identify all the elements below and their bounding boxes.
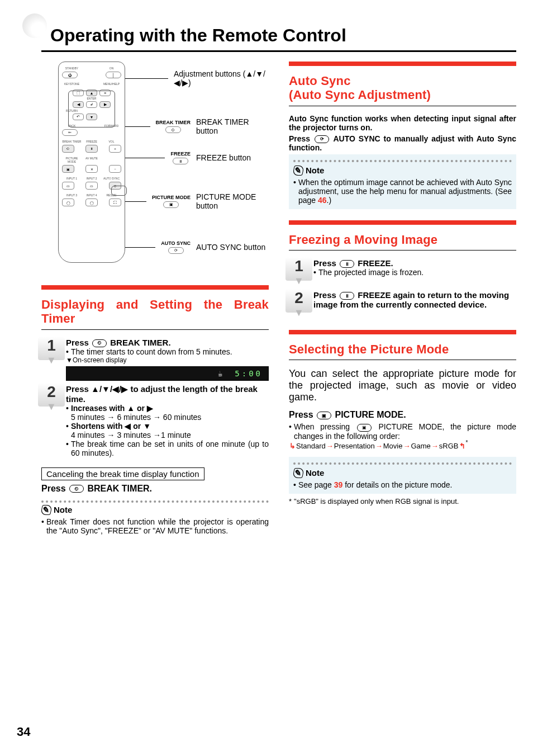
auto-sync-para-1: Auto Sync function works when detecting … [289, 114, 516, 132]
arrow-icon: → [431, 442, 439, 450]
remote-btn-avmute: ✕ [85, 165, 98, 173]
step-number: 2 [289, 290, 309, 306]
picture-mode-press: Press ▣ PICTURE MODE. [289, 410, 516, 420]
callout-picture-mode-label: PICTURE MODE [152, 195, 191, 200]
chevron-down-icon: ▼ [294, 307, 304, 319]
page-link-39[interactable]: 39 [334, 480, 343, 489]
remote-btn-on: │ [106, 72, 121, 78]
remote-btn-picturemode: ▣ [62, 165, 74, 173]
step-number: 2 [41, 384, 61, 400]
freeze-icon: ⏸ [173, 158, 188, 164]
timer-icon: ☕ [213, 369, 227, 378]
callout-picture-mode: PICTURE MODE button [196, 192, 269, 210]
remote-btn-vol-down: － [109, 165, 121, 173]
page-link-46[interactable]: 46 [318, 196, 327, 205]
title-rule [41, 50, 516, 52]
page-title: Operating with the Remote Control [50, 25, 346, 46]
remote-label-input3: INPUT 3 [62, 193, 82, 197]
note-flag-icon: ✎ [40, 505, 53, 515]
note-label: ✎Note [41, 505, 72, 515]
note-box: ✎Note Break Timer does not function whil… [41, 500, 269, 535]
callout-line [125, 201, 146, 202]
remote-btn-input3: ◯ [62, 199, 74, 206]
step-lead: Press ⏸ FREEZE. [313, 258, 516, 268]
note-box: ✎Note See page 39 for details on the pic… [289, 457, 516, 494]
cancel-instruction: Press ⏲ BREAK TIMER. [41, 484, 269, 494]
arrow-icon: → [402, 442, 411, 450]
section-bar [289, 62, 516, 66]
callout-line [125, 158, 165, 158]
remote-btn-back: ⇐ [62, 129, 78, 136]
remote-btn-input2: ▭ [85, 182, 98, 190]
note-flag-icon: ✎ [292, 166, 304, 176]
remote-label-input2: INPUT 2 [82, 177, 102, 180]
step-number: 1 [289, 258, 309, 274]
chevron-down-icon: ▼ [46, 401, 56, 413]
osd-time: 5:00 [235, 369, 263, 378]
remote-btn-resize: ⛶ [109, 199, 121, 206]
osd-label: ▼On-screen display [66, 356, 269, 364]
remote-label-keystone: KEYSTONE [62, 82, 82, 86]
auto-sync-btn-icon: ⟳ [315, 135, 329, 143]
step-bullet: The timer starts to count down from 5 mi… [66, 347, 269, 356]
break-timer-icon: ⏲ [165, 126, 181, 133]
callout-freeze-label: FREEZE [170, 151, 191, 157]
remote-btn-breaktimer: ⏲ [62, 145, 74, 153]
heading-break-timer: Displaying and Setting the Break Timer [41, 297, 269, 326]
remote-label-freeze: FREEZE [82, 140, 102, 143]
callout-break-timer-label: BREAK TIMER [156, 120, 191, 125]
picture-mode-btn-icon: ▣ [357, 424, 372, 432]
break-timer-btn-icon: ⏲ [69, 485, 84, 493]
remote-label-input4: INPUT 4 [82, 193, 102, 197]
remote-diagram: STANDBYON ⏻│ KEYSTONEMENU/HELP ⬚▲≡ ENTER… [41, 62, 269, 274]
callout-line [125, 247, 155, 248]
cancel-break-time-box: Canceling the break time display functio… [41, 467, 204, 480]
step-bullet: The projected image is frozen. [313, 268, 516, 277]
remote-label-vol: VOL [102, 140, 121, 143]
arrow-icon: → [326, 442, 334, 450]
picture-mode-intro: You can select the appropriate picture m… [289, 368, 516, 403]
break-timer-step-2: 2▼ Press ▲/▼/◀/▶ to adjust the length of… [41, 384, 269, 457]
section-bar [289, 220, 516, 225]
note-item: When the optimum image cannot be achieve… [293, 178, 512, 205]
remote-btn-input4: ◯ [85, 199, 98, 206]
break-timer-step-1: 1▼ Press ⏲ BREAK TIMER. The timer starts… [41, 338, 269, 381]
remote-btn-freeze: ⏸ [85, 145, 98, 153]
auto-sync-para-2: Press ⟳ AUTO SYNC to manually adjust wit… [289, 134, 516, 152]
remote-label-avmute: AV MUTE [82, 157, 102, 163]
remote-btn-input1: ▭ [62, 182, 74, 190]
picture-mode-icon: ▣ [163, 201, 179, 208]
remote-label-on: ON [102, 67, 121, 70]
remote-btn-standby: ⏻ [62, 72, 78, 78]
srgb-footnote: *"sRGB" is displayed only when RGB signa… [289, 497, 516, 505]
remote-btn-vol-up: ＋ [109, 145, 121, 153]
picture-mode-bullet: When pressing ▣ PICTURE MODE, the pictur… [289, 422, 516, 440]
section-rule [41, 329, 269, 330]
step-lead: Press ⏲ BREAK TIMER. [66, 338, 269, 347]
note-label: ✎Note [293, 468, 324, 478]
note-flag-icon: ✎ [292, 468, 304, 478]
heading-bullet-decoration [22, 13, 47, 38]
heading-picture-mode: Selecting the Picture Mode [289, 342, 516, 356]
remote-label-standby: STANDBY [62, 67, 82, 70]
picture-mode-cycle: ↳ Standard→ Presentation→ Movie→ Game→ s… [289, 441, 516, 451]
callout-line [125, 126, 150, 127]
remote-highlight-adjust [68, 91, 115, 127]
remote-label-menuhelp: MENU/HELP [102, 82, 121, 86]
remote-label-picturemode: PICTURE MODE [62, 157, 82, 163]
arrow-icon: ↳ [289, 442, 296, 450]
section-rule [289, 360, 516, 360]
freeze-step-1: 1▼ Press ⏸ FREEZE. The projected image i… [289, 258, 516, 287]
heading-freeze: Freezing a Moving Image [289, 233, 516, 247]
picture-mode-btn-icon: ▣ [317, 412, 331, 419]
callout-break-timer: BREAK TIMER button [196, 117, 269, 135]
auto-sync-icon: ⟳ [168, 247, 184, 254]
arrow-icon: ↰ [459, 442, 466, 450]
step-number: 1 [41, 338, 61, 353]
callout-adjustment-buttons: Adjustment buttons (▲/▼/◀/▶) [174, 69, 269, 87]
callout-auto-sync: AUTO SYNC button [196, 243, 269, 252]
remote-highlight-autosync [111, 186, 127, 196]
step-lead: Press ⏸ FREEZE again to return to the mo… [313, 290, 516, 309]
heading-auto-sync: Auto Sync (Auto Sync Adjustment) [289, 74, 516, 102]
note-label: ✎Note [293, 166, 324, 176]
